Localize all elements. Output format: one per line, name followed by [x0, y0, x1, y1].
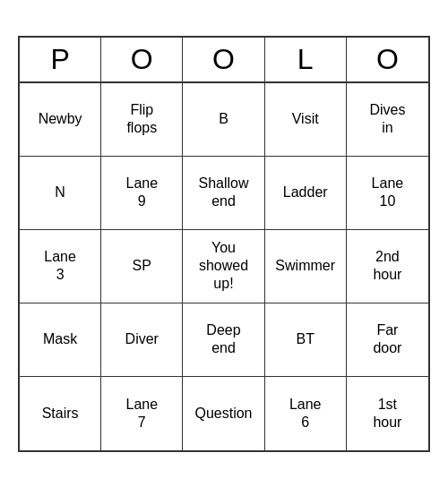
cell-22: Question	[183, 377, 264, 450]
cell-text-15: Mask	[43, 330, 77, 348]
cell-text-12: You showed up!	[199, 239, 248, 293]
cell-16: Diver	[101, 303, 183, 377]
cell-text-11: SP	[133, 257, 151, 275]
cell-3: Visit	[265, 83, 347, 157]
cell-11: SP	[101, 230, 183, 303]
cell-text-9: Lane 10	[372, 175, 404, 210]
cell-23: Lane 6	[265, 377, 347, 450]
cell-8: Ladder	[265, 157, 347, 230]
header-row: POOLO	[20, 38, 428, 83]
cell-6: Lane 9	[101, 157, 183, 230]
cell-text-3: Visit	[292, 110, 319, 128]
cell-17: Deep end	[183, 303, 264, 377]
cell-text-17: Deep end	[206, 321, 240, 357]
header-letter-4: O	[347, 38, 428, 81]
cell-18: BT	[265, 303, 347, 377]
cell-7: Shallow end	[183, 157, 264, 230]
cell-21: Lane 7	[101, 377, 183, 450]
cell-text-19: Far door	[373, 321, 401, 357]
cell-24: 1st hour	[347, 377, 428, 450]
header-letter-1: O	[101, 38, 183, 81]
cell-20: Stairs	[20, 377, 101, 450]
cell-text-16: Diver	[125, 330, 159, 348]
cell-text-1: Flip flops	[126, 101, 157, 137]
bingo-card: POOLO NewbyFlip flopsBVisitDives inNLane…	[18, 36, 430, 452]
cell-4: Dives in	[347, 83, 428, 157]
cell-text-6: Lane 9	[125, 175, 158, 210]
cell-text-0: Newby	[39, 110, 82, 128]
cell-text-18: BT	[296, 330, 314, 348]
cell-text-20: Stairs	[42, 405, 79, 423]
cell-1: Flip flops	[101, 83, 183, 157]
cell-0: Newby	[20, 83, 101, 157]
cell-text-2: B	[219, 110, 228, 128]
cell-5: N	[20, 157, 101, 230]
cell-19: Far door	[347, 303, 428, 377]
cell-15: Mask	[20, 303, 101, 377]
cell-13: Swimmer	[265, 230, 347, 303]
cell-text-23: Lane 6	[289, 396, 322, 431]
cell-text-14: 2nd hour	[373, 248, 401, 284]
cell-2: B	[183, 83, 264, 157]
bingo-grid: NewbyFlip flopsBVisitDives inNLane 9Shal…	[20, 83, 428, 450]
cell-12: You showed up!	[183, 230, 264, 303]
cell-text-22: Question	[194, 405, 252, 423]
cell-text-24: 1st hour	[373, 396, 401, 431]
header-letter-0: P	[20, 38, 101, 81]
cell-14: 2nd hour	[347, 230, 428, 303]
cell-9: Lane 10	[347, 157, 428, 230]
header-letter-3: L	[265, 38, 347, 81]
cell-text-5: N	[55, 184, 65, 201]
cell-text-10: Lane 3	[44, 248, 76, 284]
cell-text-8: Ladder	[283, 184, 328, 201]
cell-text-4: Dives in	[369, 101, 405, 137]
cell-text-7: Shallow end	[198, 175, 248, 210]
header-letter-2: O	[183, 38, 264, 81]
cell-text-13: Swimmer	[275, 257, 335, 275]
cell-10: Lane 3	[20, 230, 101, 303]
cell-text-21: Lane 7	[125, 396, 158, 431]
